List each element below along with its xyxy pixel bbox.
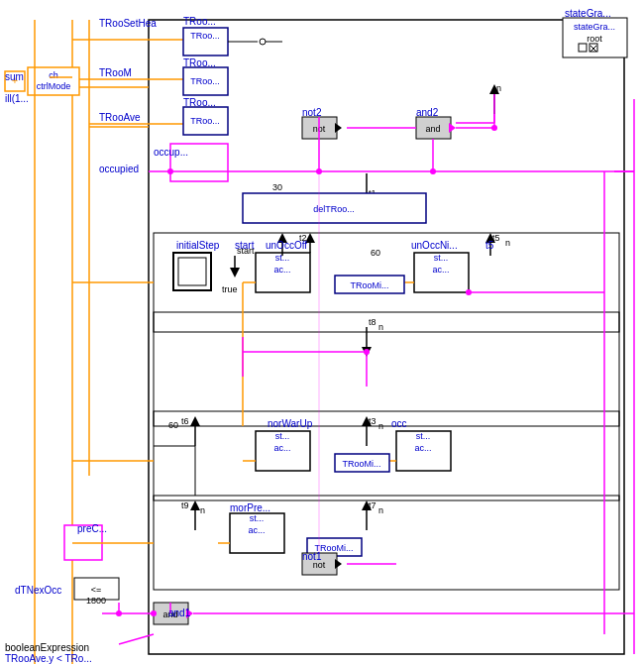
svg-text:TRoo...: TRoo... bbox=[190, 76, 220, 86]
svg-text:t9: t9 bbox=[181, 500, 189, 510]
svg-text:st...: st... bbox=[434, 253, 449, 263]
preC-label: preC... bbox=[77, 523, 107, 534]
svg-text:ch: ch bbox=[49, 70, 58, 80]
svg-rect-51 bbox=[173, 253, 211, 290]
svg-marker-85 bbox=[190, 416, 200, 426]
svg-marker-35 bbox=[449, 123, 456, 133]
svg-point-155 bbox=[430, 168, 436, 174]
svg-text:st...: st... bbox=[250, 513, 265, 523]
TRoo-label-3: TRoo... bbox=[183, 97, 216, 108]
TRoo-label-1: TRoo... bbox=[183, 16, 216, 27]
svg-point-28 bbox=[167, 168, 173, 174]
sum-label: sum bbox=[5, 71, 24, 82]
norWarUp-label: norWarUp bbox=[268, 418, 312, 429]
svg-text:1800: 1800 bbox=[86, 596, 106, 606]
diagram-container: + ch ctrlMode TRoo... TRoo... TRoo... n bbox=[0, 0, 644, 665]
svg-marker-32 bbox=[335, 123, 342, 133]
svg-text:ac...: ac... bbox=[414, 443, 431, 453]
morPre-label: morPre... bbox=[230, 502, 270, 513]
svg-marker-119 bbox=[335, 559, 342, 569]
dTNexOcc-label: dTNexOcc bbox=[15, 585, 61, 596]
svg-rect-2 bbox=[154, 312, 619, 426]
svg-text:st...: st... bbox=[416, 431, 431, 441]
svg-text:true: true bbox=[222, 284, 238, 294]
svg-text:stateGra...: stateGra... bbox=[574, 22, 615, 32]
TRoo-label-2: TRoo... bbox=[183, 57, 216, 68]
svg-marker-54 bbox=[230, 268, 240, 277]
svg-text:n: n bbox=[200, 505, 205, 515]
svg-text:t7: t7 bbox=[369, 500, 376, 510]
TRooAve-label: TRooAve bbox=[99, 112, 141, 123]
svg-text:n: n bbox=[496, 83, 501, 93]
svg-text:t6: t6 bbox=[181, 416, 189, 426]
start-label: start bbox=[235, 240, 254, 251]
TRooM-label: TRooM bbox=[99, 67, 132, 78]
unOccNi-label: unOccNi... bbox=[411, 240, 458, 251]
svg-text:n: n bbox=[378, 421, 383, 431]
TRooSetHea-label: TRooSetHea bbox=[99, 18, 157, 29]
svg-text:st...: st... bbox=[275, 431, 290, 441]
svg-text:<=: <= bbox=[91, 585, 102, 595]
svg-text:30: 30 bbox=[272, 182, 282, 192]
svg-text:60: 60 bbox=[168, 420, 178, 430]
svg-text:ac...: ac... bbox=[432, 265, 449, 275]
svg-text:n: n bbox=[378, 322, 383, 332]
and1-label: and1 bbox=[168, 608, 190, 618]
svg-text:60: 60 bbox=[371, 248, 380, 258]
svg-text:TRooMi...: TRooMi... bbox=[342, 459, 380, 469]
svg-text:ctrlMode: ctrlMode bbox=[37, 81, 71, 91]
and2-label: and2 bbox=[416, 107, 438, 118]
ill-label: ill(1... bbox=[5, 93, 29, 104]
t5-label: t5 bbox=[485, 240, 493, 251]
svg-text:n: n bbox=[378, 505, 383, 515]
not2-label: not2 bbox=[302, 107, 321, 118]
svg-marker-103 bbox=[190, 500, 200, 510]
svg-text:ac...: ac... bbox=[273, 265, 290, 275]
svg-text:n: n bbox=[505, 238, 510, 248]
svg-text:TRoo...: TRoo... bbox=[190, 31, 220, 41]
diagram-svg: + ch ctrlMode TRoo... TRoo... TRoo... n bbox=[0, 0, 644, 665]
occupied-label: occupied bbox=[99, 164, 139, 174]
occup-label: occup... bbox=[154, 147, 188, 158]
svg-text:and: and bbox=[425, 124, 440, 134]
svg-point-132 bbox=[151, 610, 157, 616]
svg-text:root: root bbox=[587, 34, 602, 44]
initialStep-label: initialStep bbox=[176, 240, 219, 251]
not1-label: not1 bbox=[302, 551, 321, 562]
svg-point-144 bbox=[466, 289, 472, 295]
svg-text:ac...: ac... bbox=[273, 443, 290, 453]
svg-point-20 bbox=[260, 39, 266, 45]
boolExpr-label: booleanExpression bbox=[5, 642, 89, 653]
svg-text:ac...: ac... bbox=[248, 525, 265, 535]
svg-text:TRooMi...: TRooMi... bbox=[350, 280, 388, 290]
svg-text:t3: t3 bbox=[369, 416, 376, 426]
stateGra-label: stateGra... bbox=[565, 8, 611, 19]
TRooAve-expr-label: TRooAve.y < TRo... bbox=[5, 653, 92, 664]
unOccOff-label: unOccOff bbox=[266, 240, 307, 251]
svg-point-134 bbox=[116, 610, 122, 616]
occ-label: occ bbox=[391, 418, 407, 429]
svg-text:t8: t8 bbox=[369, 317, 376, 327]
svg-text:TRoo...: TRoo... bbox=[190, 116, 220, 126]
svg-point-44 bbox=[491, 125, 497, 131]
